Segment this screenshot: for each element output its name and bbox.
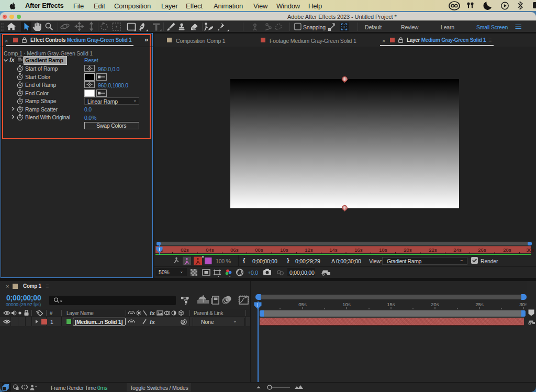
svg-text:06s: 06s <box>230 247 239 253</box>
svg-text:28s: 28s <box>503 247 511 253</box>
svg-text:22s: 22s <box>429 247 437 253</box>
svg-text:24s: 24s <box>453 247 462 253</box>
svg-text:26s: 26s <box>478 247 486 253</box>
svg-text:25s: 25s <box>475 301 484 307</box>
svg-text:08s: 08s <box>255 247 263 253</box>
svg-text:20s: 20s <box>431 301 439 307</box>
svg-text:30s: 30s <box>519 301 527 307</box>
svg-text:20s: 20s <box>404 247 412 253</box>
svg-text:30s: 30s <box>526 247 534 253</box>
svg-text:fx: fx <box>150 319 155 325</box>
svg-text:04s: 04s <box>206 247 214 253</box>
svg-text:15s: 15s <box>387 301 395 307</box>
svg-text:18s: 18s <box>379 247 387 253</box>
svg-text:10s: 10s <box>280 247 288 253</box>
svg-text:12s: 12s <box>305 247 313 253</box>
svg-text:05s: 05s <box>298 301 307 307</box>
svg-text:14s: 14s <box>329 247 338 253</box>
svg-text:fx: fx <box>150 310 155 316</box>
svg-text:16s: 16s <box>354 247 363 253</box>
svg-text:10s: 10s <box>342 301 351 307</box>
svg-text:02s: 02s <box>181 247 189 253</box>
